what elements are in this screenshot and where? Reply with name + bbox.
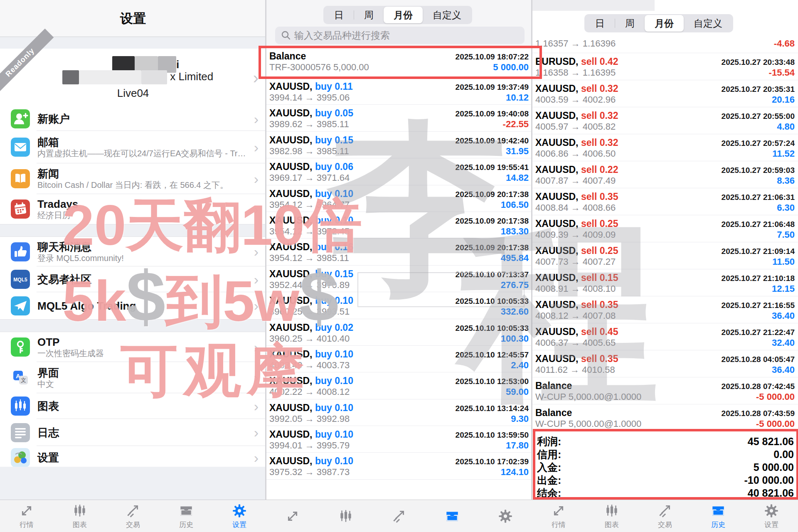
settings-menu-item[interactable]: MQL5交易者社区›	[0, 266, 266, 292]
menu-item-text: 日志	[37, 426, 266, 439]
settings-menu-item[interactable]: 日志›	[0, 419, 266, 446]
tabbar-item[interactable]	[372, 500, 426, 532]
broker-name-fragment: x Limited	[170, 70, 213, 83]
tabbar-item-历史[interactable]: 历史	[692, 500, 745, 532]
trade-row[interactable]: XAUUSD, sell 0.352025.10.28 04:05:474011…	[532, 350, 798, 377]
trade-row[interactable]: XAUUSD, sell 0.252025.10.27 21:09:144007…	[532, 242, 798, 269]
trade-row[interactable]: XAUUSD, buy 0.102025.10.10 13:59:503994.…	[266, 426, 532, 453]
trade-row[interactable]: XAUUSD, buy 0.052025.10.09 19:40:083989.…	[266, 105, 532, 131]
tab-日[interactable]: 日	[324, 7, 354, 23]
trade-prices: 3954.12 → 3985.11	[269, 253, 349, 264]
tab-月份[interactable]: 月份	[645, 15, 684, 32]
trade-row[interactable]: XAUUSD, sell 0.322025.10.27 20:55:004005…	[532, 107, 798, 134]
trade-symbol-side: XAUUSD, buy 0.10	[269, 215, 353, 226]
tabbar-label: 交易	[126, 520, 140, 530]
trade-symbol-side: XAUUSD, buy 0.10	[269, 402, 353, 414]
trade-symbol-side: XAUUSD, buy 0.05	[269, 108, 353, 119]
tabbar-item-图表[interactable]: 图表	[53, 500, 106, 532]
trade-profit: 36.40	[772, 365, 795, 375]
trade-prices: 3969.17 → 3971.64	[269, 172, 350, 183]
tabbar-item[interactable]	[319, 500, 372, 532]
trade-prices: 4008.12 → 4007.08	[535, 310, 616, 321]
trade-symbol-side: XAUUSD, sell 0.25	[535, 245, 618, 256]
trade-row[interactable]: XAUUSD, buy 0.162025.10.09 20:17:383954.…	[266, 239, 532, 265]
trade-row[interactable]: XAUUSD, buy 0.102025.10.10 12:45:574003.…	[266, 346, 532, 372]
trade-row[interactable]: XAUUSD, sell 0.322025.10.27 20:35:314003…	[532, 80, 798, 107]
settings-menu-item[interactable]: 新闻Bitcoin Cash / Dollar 当日内: 看跌，在 566.4 …	[0, 163, 266, 194]
trade-icon	[125, 503, 141, 519]
menu-item-text: Tradays经济日历	[37, 198, 266, 220]
settings-menu-item[interactable]: 聊天和消息登录 MQL5.community!›	[0, 237, 266, 266]
balance-detail: W-CUP 5,000.00@1.0000	[535, 392, 641, 402]
trade-row[interactable]: XAUUSD, buy 0.152025.10.09 19:42:403982.…	[266, 132, 532, 158]
trade-row[interactable]: XAUUSD, buy 0.022025.10.10 10:05:333960.…	[266, 319, 532, 346]
summary-value: 0.00	[773, 448, 794, 461]
trade-row[interactable]: 1.16357 → 1.16396-4.68	[532, 37, 798, 53]
tab-月份[interactable]: 月份	[384, 7, 423, 23]
tabbar-label: 行情	[552, 520, 566, 530]
tabbar-item-行情[interactable]: 行情	[532, 500, 585, 532]
trade-row[interactable]: XAUUSD, sell 0.322025.10.27 20:57:244006…	[532, 134, 798, 161]
settings-menu-item[interactable]: MQL5 Algo Trading›	[0, 292, 266, 319]
tab-周[interactable]: 周	[615, 15, 645, 32]
settings-menu-item[interactable]: A文界面中文›	[0, 362, 266, 393]
trade-date: 2025.10.09 19:42:40	[456, 136, 529, 145]
tab-自定义[interactable]: 自定义	[684, 15, 732, 32]
trade-row[interactable]: XAUUSD, buy 0.152025.10.10 07:13:373952.…	[266, 266, 532, 292]
chevron-right-icon: ›	[254, 271, 259, 288]
trade-profit: 495.84	[501, 253, 529, 264]
trade-row[interactable]: XAUUSD, sell 0.352025.10.27 21:16:554008…	[532, 296, 798, 323]
balance-row[interactable]: Balance2025.10.28 07:42:45W-CUP 5,000.00…	[532, 377, 798, 404]
trade-row[interactable]: XAUUSD, sell 0.252025.10.27 21:06:484009…	[532, 215, 798, 242]
trade-prices: 1.16357 → 1.16396	[535, 38, 616, 49]
trade-row[interactable]: XAUUSD, buy 0.062025.10.09 19:55:413969.…	[266, 158, 532, 185]
settings-menu-item[interactable]: 邮箱内置虚拟主机——现在可以24/7运行EA交易和信号 - Tradin...›	[0, 131, 266, 163]
trade-symbol-side: XAUUSD, sell 0.22	[535, 164, 618, 175]
search-bar[interactable]: 输入交易品种进行搜索	[275, 27, 525, 44]
settings-menu-item[interactable]: 新账户›	[0, 107, 266, 131]
tabbar-item[interactable]	[426, 500, 479, 532]
tabbar-item-交易[interactable]: 交易	[106, 500, 160, 532]
trade-row[interactable]: XAUUSD, sell 0.222025.10.27 20:59:034007…	[532, 161, 798, 188]
menu-group-gap	[0, 319, 266, 332]
trade-profit: 100.30	[501, 333, 529, 344]
trade-prices: 4003.49 → 4003.73	[269, 360, 350, 371]
tabbar-item-行情[interactable]: 行情	[0, 500, 53, 532]
balance-date: 2025.10.09 18:07:22	[456, 52, 529, 62]
menu-item-subtitle: 中文	[37, 379, 266, 389]
trade-row[interactable]: EURUSD, sell 0.422025.10.27 20:33:481.16…	[532, 53, 798, 80]
tabbar-label: 行情	[20, 520, 34, 530]
settings-menu-item[interactable]: Tradays经济日历›	[0, 194, 266, 224]
settings-menu-item[interactable]: 设置›	[0, 446, 266, 469]
tabbar-item-图表[interactable]: 图表	[585, 500, 638, 532]
trade-prices: 3989.62 → 3985.11	[269, 119, 349, 130]
tab-日[interactable]: 日	[585, 15, 615, 32]
tabbar-item-设置[interactable]: 设置	[213, 500, 266, 532]
settings-menu-item[interactable]: 图表›	[0, 393, 266, 419]
balance-row[interactable]: Balance 2025.10.09 18:07:22 TRF-30000576…	[266, 47, 532, 78]
trade-row[interactable]: XAUUSD, buy 0.102025.10.09 20:17:383954.…	[266, 185, 532, 212]
trade-date: 2025.10.10 13:59:50	[456, 431, 529, 440]
tab-自定义[interactable]: 自定义	[423, 7, 471, 23]
trade-row[interactable]: XAUUSD, buy 0.102025.10.10 13:14:243992.…	[266, 399, 532, 426]
menu-item-text: 交易者社区	[37, 273, 266, 286]
trade-row[interactable]: XAUUSD, buy 0.102025.10.10 17:02:393975.…	[266, 453, 532, 479]
trade-row[interactable]: XAUUSD, buy 0.102025.10.09 20:17:383954.…	[266, 212, 532, 239]
trade-date: 2025.10.09 19:55:41	[456, 163, 529, 172]
account-card[interactable]: Readonly i x Limited Live04 ›	[0, 49, 266, 107]
tabbar-item-交易[interactable]: 交易	[638, 500, 692, 532]
trade-row[interactable]: XAUUSD, sell 0.452025.10.27 21:22:474006…	[532, 323, 798, 350]
tabbar-item-设置[interactable]: 设置	[745, 500, 798, 532]
trade-row[interactable]: XAUUSD, buy 0.112025.10.09 19:37:493994.…	[266, 78, 532, 105]
trade-symbol-side: XAUUSD, buy 0.06	[269, 161, 353, 172]
tab-周[interactable]: 周	[354, 7, 384, 23]
settings-menu-item[interactable]: OTP一次性密码生成器›	[0, 332, 266, 362]
trade-row[interactable]: XAUUSD, sell 0.352025.10.27 21:06:314008…	[532, 188, 798, 215]
tabbar-item[interactable]	[266, 500, 319, 532]
tabbar-item-历史[interactable]: 历史	[160, 500, 213, 532]
trade-row[interactable]: XAUUSD, buy 0.102025.10.10 12:53:004002.…	[266, 372, 532, 399]
trade-row[interactable]: XAUUSD, sell 0.152025.10.27 21:10:184008…	[532, 269, 798, 296]
balance-row[interactable]: Balance2025.10.28 07:43:59W-CUP 5,000.00…	[532, 404, 798, 431]
trade-row[interactable]: XAUUSD, buy 0.102025.10.10 10:05:333960.…	[266, 292, 532, 319]
tabbar-item[interactable]	[479, 500, 532, 532]
